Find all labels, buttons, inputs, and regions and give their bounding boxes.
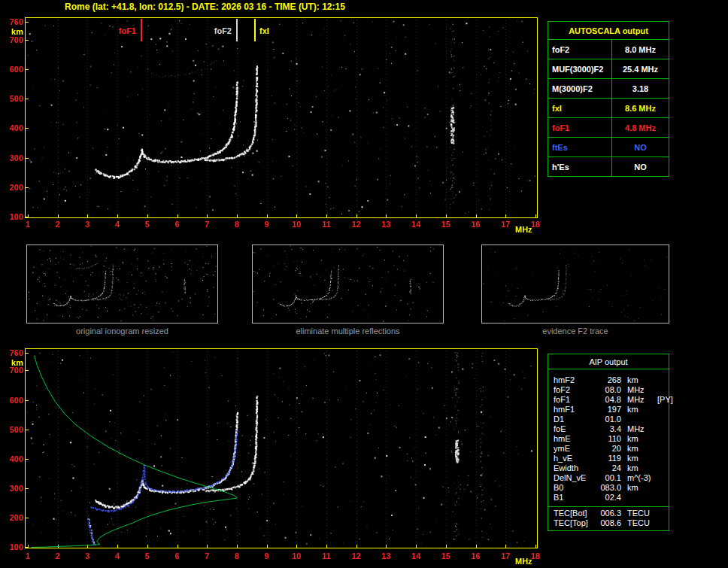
aip-row-value: 01.0 xyxy=(594,415,621,424)
aip-tec-label: TEC[Top] xyxy=(554,518,594,528)
aip-row-note xyxy=(653,415,667,424)
aip-row-unit: MHz xyxy=(621,395,653,405)
x-tick-label: 4 xyxy=(115,220,120,229)
aip-row: foF104.8MHz[PY] xyxy=(554,395,667,405)
x-tick-label: 13 xyxy=(381,551,390,560)
thumbnail-original-ionogram xyxy=(26,245,218,323)
x-tick-label: 17 xyxy=(501,220,510,229)
aip-row-value: 197 xyxy=(594,405,621,415)
aip-row-unit xyxy=(621,493,653,503)
y-tick-label: 300 xyxy=(2,484,23,493)
aip-tec-value: 006.3 xyxy=(594,509,621,518)
aip-rows: hmF2268kmfoF208.0MHzfoF104.8MHz[PY]hmF11… xyxy=(548,369,669,506)
marker-label-fof2: foF2 xyxy=(214,26,232,35)
autoscala-application-window: { "header": { "title": "Rome (lat: +41.8… xyxy=(0,0,728,568)
aip-row-value: 20 xyxy=(594,444,621,454)
y-axis-unit-label: km xyxy=(2,27,23,36)
aip-row-note xyxy=(653,473,667,483)
aip-row-unit: km xyxy=(621,454,653,463)
aip-row: B0083.0km xyxy=(554,483,667,493)
thumbnail-caption-original: original ionogram resized xyxy=(26,327,218,336)
autoscala-row-label: MUF(3000)F2 xyxy=(548,59,612,78)
x-tick-label: 5 xyxy=(145,220,150,229)
x-tick-label: 11 xyxy=(322,551,331,560)
autoscala-row: foF14.8 MHz xyxy=(548,118,669,138)
x-tick-label: 8 xyxy=(235,220,239,229)
autoscala-row-value: NO xyxy=(612,138,669,156)
y-tick-label: 400 xyxy=(2,454,23,463)
x-tick-label: 7 xyxy=(205,551,209,560)
x-tick-label: 17 xyxy=(501,551,510,560)
aip-row-label: Ewidth xyxy=(554,463,594,473)
aip-row-label: hmE xyxy=(554,434,594,444)
y-tick-label: 100 xyxy=(2,542,23,551)
y-tick-label: 700 xyxy=(2,35,23,44)
aip-row: D101.0 xyxy=(554,415,667,424)
aip-row-label: ymE xyxy=(554,444,594,454)
aip-row-note xyxy=(653,375,667,385)
marker-label-fof1: foF1 xyxy=(118,26,137,35)
aip-row-label: hmF1 xyxy=(554,405,594,415)
x-axis-unit-label: MHz xyxy=(515,557,532,566)
aip-row-value: 083.0 xyxy=(594,483,621,493)
x-tick-label: 16 xyxy=(471,220,480,229)
aip-row-label: D1 xyxy=(554,415,594,424)
x-tick-label: 18 xyxy=(531,551,540,560)
aip-row-note xyxy=(653,493,667,503)
autoscala-row-label: ftEs xyxy=(548,138,612,156)
x-tick-label: 13 xyxy=(381,220,390,229)
aip-row: hmE110km xyxy=(554,434,667,444)
aip-row-value: 04.8 xyxy=(594,395,621,405)
autoscala-row-value: 3.18 xyxy=(612,79,669,98)
aip-row-unit: m^(-3) xyxy=(621,473,653,483)
aip-row-label: h_vE xyxy=(554,454,594,463)
x-tick-label: 4 xyxy=(115,551,120,560)
aip-tec-label: TEC[Bot] xyxy=(554,509,594,518)
station-date-time-title: Rome (lat: +41.8, lon: 012.5) - DATE: 20… xyxy=(65,2,345,12)
aip-row-note xyxy=(653,444,667,454)
aip-row-label: B1 xyxy=(554,493,594,503)
thumbnail-canvas-original xyxy=(27,245,217,323)
aip-row-note: [PY] xyxy=(653,395,673,405)
x-tick-label: 3 xyxy=(85,220,89,229)
aip-row-value: 08.0 xyxy=(594,385,621,395)
autoscala-row: h'EsNO xyxy=(548,157,669,176)
x-tick-label: 1 xyxy=(26,551,30,560)
x-tick-label: 6 xyxy=(174,551,179,560)
aip-row-label: foF2 xyxy=(554,385,594,395)
aip-row-unit: km xyxy=(621,463,653,473)
y-tick-label: 700 xyxy=(2,366,23,375)
aip-row-value: 00.1 xyxy=(594,473,621,483)
autoscala-row: foF28.0 MHz xyxy=(548,40,669,59)
aip-row-label: hmF2 xyxy=(554,375,594,385)
x-tick-label: 9 xyxy=(265,551,269,560)
x-tick-label: 7 xyxy=(205,220,209,229)
aip-row-note xyxy=(653,405,667,415)
aip-row-unit: km xyxy=(621,483,653,493)
autoscala-rows: foF28.0 MHzMUF(3000)F225.4 MHzM(3000)F23… xyxy=(548,40,669,176)
autoscala-row-value: NO xyxy=(612,157,669,176)
aip-row: DelN_vE00.1m^(-3) xyxy=(554,473,667,483)
aip-row: ymE20km xyxy=(554,444,667,454)
thumbnail-canvas-multiples xyxy=(253,245,443,323)
ionogram-plot-bottom xyxy=(25,348,538,548)
aip-output-panel: AIP output hmF2268kmfoF208.0MHzfoF104.8M… xyxy=(548,354,669,531)
y-tick-label: 300 xyxy=(2,153,23,163)
autoscala-row-label: foF2 xyxy=(548,40,612,59)
aip-row-note xyxy=(653,434,667,444)
frequency-marker-layer: foF1foF2fxI xyxy=(26,18,537,217)
x-tick-label: 1 xyxy=(26,220,30,229)
x-tick-label: 11 xyxy=(322,220,331,229)
aip-row-label: foF1 xyxy=(554,395,594,405)
aip-row-note xyxy=(653,463,667,473)
aip-row: foF208.0MHz xyxy=(554,385,667,395)
x-tick-label: 16 xyxy=(471,551,480,560)
aip-row-value: 119 xyxy=(594,454,621,463)
x-tick-label: 3 xyxy=(85,551,89,560)
aip-row-unit: km xyxy=(621,434,653,444)
y-tick-label: 200 xyxy=(2,183,23,192)
aip-row-label: B0 xyxy=(554,483,594,493)
autoscala-output-panel: AUTOSCALA output foF28.0 MHzMUF(3000)F22… xyxy=(548,21,669,177)
autoscala-row-label: M(3000)F2 xyxy=(548,79,612,98)
aip-row-label: DelN_vE xyxy=(554,473,594,483)
